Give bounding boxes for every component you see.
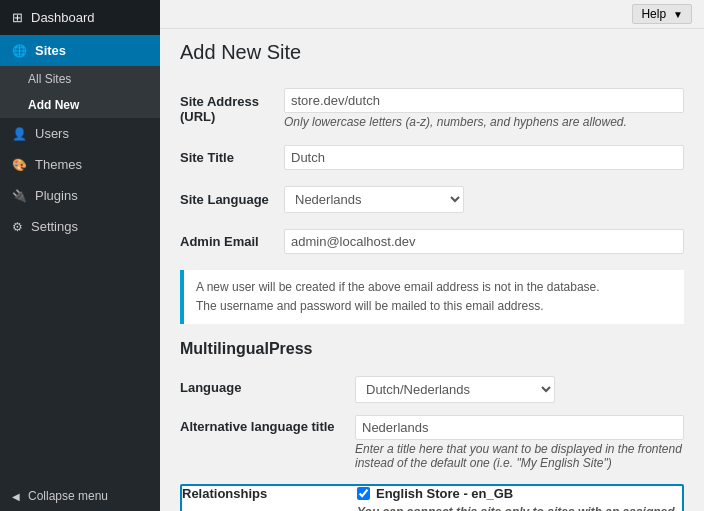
ml-language-select[interactable]: Dutch/Nederlands — [355, 376, 555, 403]
ml-alt-lang-label: Alternative language title — [180, 409, 355, 476]
info-line-1: A new user will be created if the above … — [196, 278, 672, 297]
site-title-cell — [284, 137, 684, 178]
site-address-input[interactable] — [284, 88, 684, 113]
site-title-row: Site Title — [180, 137, 684, 178]
sidebar-item-plugins[interactable]: Plugins — [0, 180, 160, 211]
site-address-label: Site Address (URL) — [180, 80, 284, 137]
rel-inner-table: Relationships English Store - en_GB You … — [182, 486, 682, 511]
top-bar: Help ▼ — [160, 0, 704, 29]
info-box: A new user will be created if the above … — [180, 270, 684, 324]
site-address-row: Site Address (URL) Only lowercase letter… — [180, 80, 684, 137]
ml-form-table: Language Dutch/Nederlands Alternative la… — [180, 370, 684, 511]
relationships-checkbox-text: English Store - en_GB — [376, 486, 513, 501]
sidebar-add-new[interactable]: Add New — [0, 92, 160, 118]
page-title: Add New Site — [180, 41, 684, 64]
ml-language-row: Language Dutch/Nederlands — [180, 370, 684, 409]
admin-email-cell — [284, 221, 684, 262]
sidebar-item-themes[interactable]: Themes — [0, 149, 160, 180]
sidebar-users-label: Users — [35, 126, 69, 141]
sidebar-item-settings[interactable]: Settings — [0, 211, 160, 242]
ml-section-title: MultilingualPress — [180, 340, 684, 358]
help-label: Help — [641, 7, 666, 21]
sidebar-themes-label: Themes — [35, 157, 82, 172]
sidebar-settings-label: Settings — [31, 219, 78, 234]
relationships-content: English Store - en_GB You can connect th… — [357, 486, 682, 511]
sidebar-item-sites[interactable]: Sites — [0, 35, 160, 66]
main-area: Help ▼ Add New Site Site Address (URL) O… — [160, 0, 704, 511]
sidebar-item-dashboard[interactable]: Dashboard — [0, 0, 160, 35]
admin-email-label: Admin Email — [180, 221, 284, 262]
sidebar-sites-submenu: All Sites Add New — [0, 66, 160, 118]
relationships-label: Relationships — [182, 486, 357, 511]
site-address-cell: Only lowercase letters (a-z), numbers, a… — [284, 80, 684, 137]
site-title-label: Site Title — [180, 137, 284, 178]
content-area: Add New Site Site Address (URL) Only low… — [160, 29, 704, 511]
ml-alt-lang-input[interactable] — [355, 415, 684, 440]
site-language-row: Site Language Nederlands — [180, 178, 684, 221]
relationships-hint: You can connect this site only to sites … — [357, 505, 682, 511]
relationships-checkbox-label[interactable]: English Store - en_GB — [357, 486, 682, 501]
relationships-checkbox[interactable] — [357, 487, 370, 500]
info-line-2: The username and password will be mailed… — [196, 297, 672, 316]
dashboard-icon — [12, 10, 25, 25]
plugins-icon — [12, 188, 29, 203]
sidebar-plugins-label: Plugins — [35, 188, 78, 203]
sidebar-all-sites[interactable]: All Sites — [0, 66, 160, 92]
sidebar-collapse-label: Collapse menu — [28, 489, 108, 503]
collapse-icon — [12, 489, 22, 503]
users-icon — [12, 126, 29, 141]
ml-alt-lang-cell: Enter a title here that you want to be d… — [355, 409, 684, 476]
sidebar-item-users[interactable]: Users — [0, 118, 160, 149]
ml-language-cell: Dutch/Nederlands — [355, 370, 684, 409]
admin-email-input[interactable] — [284, 229, 684, 254]
site-address-hint: Only lowercase letters (a-z), numbers, a… — [284, 115, 684, 129]
help-button[interactable]: Help ▼ — [632, 4, 692, 24]
site-language-label: Site Language — [180, 178, 284, 221]
ml-alt-lang-row: Alternative language title Enter a title… — [180, 409, 684, 476]
multilingual-press-section: MultilingualPress Language Dutch/Nederla… — [180, 340, 684, 511]
add-site-form-table: Site Address (URL) Only lowercase letter… — [180, 80, 684, 262]
ml-language-label: Language — [180, 370, 355, 409]
admin-email-row: Admin Email — [180, 221, 684, 262]
relationships-baseon-box: Relationships English Store - en_GB You … — [180, 484, 684, 511]
themes-icon — [12, 157, 29, 172]
ml-relationships-baseon-row: Relationships English Store - en_GB You … — [180, 476, 684, 511]
site-language-select[interactable]: Nederlands — [284, 186, 464, 213]
help-chevron-icon: ▼ — [673, 9, 683, 20]
sites-icon — [12, 43, 29, 58]
sidebar: Dashboard Sites All Sites Add New Users … — [0, 0, 160, 511]
site-language-cell: Nederlands — [284, 178, 684, 221]
sidebar-dashboard-label: Dashboard — [31, 10, 95, 25]
ml-alt-lang-hint: Enter a title here that you want to be d… — [355, 442, 684, 470]
settings-icon — [12, 219, 25, 234]
relationships-row: Relationships English Store - en_GB You … — [182, 486, 682, 511]
sidebar-collapse[interactable]: Collapse menu — [0, 481, 160, 511]
site-title-input[interactable] — [284, 145, 684, 170]
sidebar-sites-label: Sites — [35, 43, 66, 58]
